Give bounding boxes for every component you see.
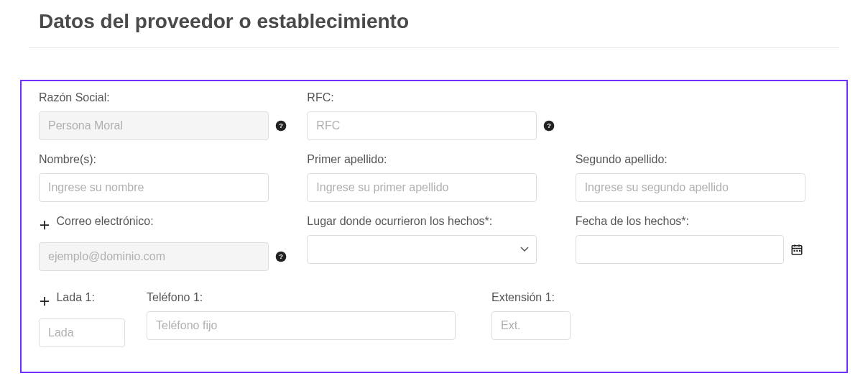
page-title: Datos del proveedor o establecimiento bbox=[0, 0, 868, 47]
rfc-input[interactable] bbox=[307, 111, 537, 140]
segundo-apellido-label: Segundo apellido: bbox=[576, 153, 829, 166]
primer-apellido-input[interactable] bbox=[307, 173, 537, 202]
svg-rect-12 bbox=[799, 250, 800, 252]
plus-icon[interactable] bbox=[39, 219, 50, 231]
calendar-icon[interactable] bbox=[790, 242, 804, 257]
lada1-input[interactable] bbox=[39, 318, 125, 347]
nombres-label: Nombre(s): bbox=[39, 153, 292, 166]
lugar-hechos-select[interactable] bbox=[307, 235, 537, 264]
fecha-hechos-label: Fecha de los hechos*: bbox=[576, 215, 829, 228]
svg-rect-11 bbox=[796, 250, 798, 252]
svg-rect-10 bbox=[793, 250, 795, 252]
correo-input[interactable] bbox=[39, 242, 269, 271]
extension1-input[interactable] bbox=[491, 311, 571, 340]
telefono1-input[interactable] bbox=[147, 311, 456, 340]
nombres-input[interactable] bbox=[39, 173, 269, 202]
lada1-label: Lada 1: bbox=[56, 291, 94, 304]
lugar-hechos-label: Lugar donde ocurrieron los hechos*: bbox=[307, 215, 560, 228]
plus-icon[interactable] bbox=[39, 295, 50, 307]
extension1-label: Extensión 1: bbox=[491, 291, 578, 304]
help-icon[interactable]: ? bbox=[274, 119, 287, 132]
primer-apellido-label: Primer apellido: bbox=[307, 153, 560, 166]
svg-text:?: ? bbox=[547, 122, 551, 129]
help-icon[interactable]: ? bbox=[274, 250, 287, 263]
telefono1-label: Teléfono 1: bbox=[147, 291, 463, 304]
svg-text:?: ? bbox=[279, 122, 283, 129]
help-icon[interactable]: ? bbox=[542, 119, 555, 132]
razon-social-input[interactable] bbox=[39, 111, 269, 140]
correo-label: Correo electrónico: bbox=[56, 215, 153, 228]
segundo-apellido-input[interactable] bbox=[576, 173, 805, 202]
section-divider bbox=[29, 47, 839, 48]
razon-social-label: Razón Social: bbox=[39, 91, 292, 104]
rfc-label: RFC: bbox=[307, 91, 560, 104]
svg-text:?: ? bbox=[279, 253, 283, 260]
fecha-hechos-input[interactable] bbox=[576, 235, 784, 264]
form-container: Razón Social: ? RFC: ? Nombre(s): bbox=[20, 80, 848, 373]
